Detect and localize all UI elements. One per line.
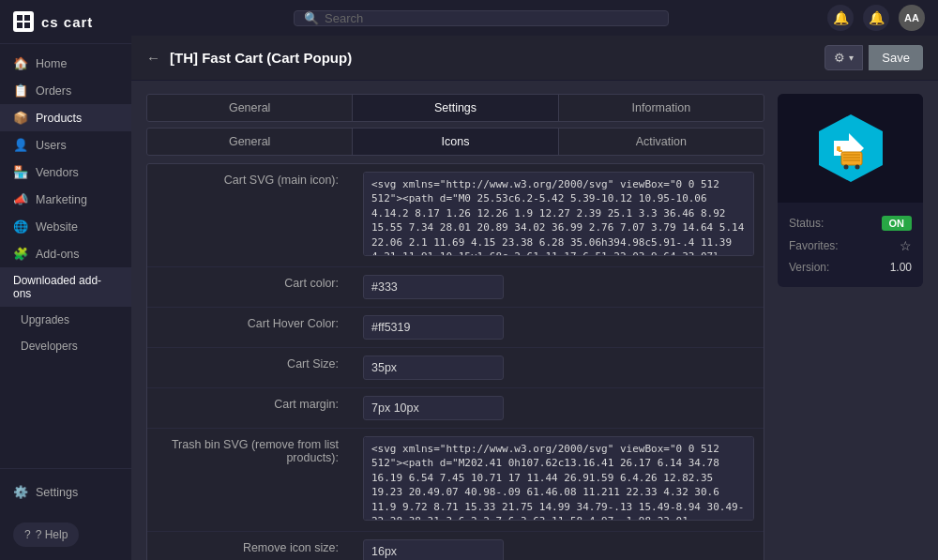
- sidebar-item-label: Marketing: [36, 193, 87, 206]
- help-button[interactable]: ? ? Help: [13, 522, 79, 547]
- favorites-label: Favorites:: [789, 239, 839, 252]
- sidebar-item-upgrades[interactable]: Upgrades: [0, 307, 131, 333]
- tab-information[interactable]: Information: [559, 95, 764, 121]
- help-circle-icon: ?: [24, 528, 31, 541]
- svg-rect-8: [843, 157, 860, 159]
- sidebar-logo: cs cart: [0, 0, 131, 44]
- svg-rect-2: [17, 23, 23, 28]
- cart-hover-wrap: [354, 308, 764, 347]
- svg-point-10: [843, 165, 848, 170]
- header-actions: ⚙ ▾ Save: [825, 45, 923, 70]
- save-button[interactable]: Save: [869, 45, 923, 70]
- sidebar-settings: ⚙️ Settings: [0, 468, 131, 515]
- tab-general[interactable]: General: [147, 95, 353, 121]
- svg-rect-3: [24, 23, 30, 28]
- cart-color-wrap: [354, 267, 764, 307]
- remove-size-wrap: [354, 532, 764, 560]
- trash-svg-input[interactable]: <svg xmlns="http://www.w3.org/2000/svg" …: [363, 436, 754, 521]
- gear-dropdown-button[interactable]: ⚙ ▾: [825, 45, 863, 70]
- sidebar-item-orders[interactable]: 📋 Orders: [0, 77, 131, 104]
- cart-margin-input[interactable]: [363, 396, 504, 420]
- addon-icon-area: [778, 94, 923, 203]
- remove-size-label: Remove icon size:: [147, 532, 354, 560]
- sidebar-item-developers[interactable]: Developers: [0, 333, 131, 359]
- form-section: Cart SVG (main icon): <svg xmlns="http:/…: [146, 163, 764, 560]
- sidebar-item-vendors[interactable]: 🏪 Vendors: [0, 159, 131, 186]
- sidebar-item-label: Home: [36, 57, 67, 70]
- remove-size-input[interactable]: [363, 539, 504, 560]
- form-row-cart-hover: Cart Hover Color:: [147, 308, 764, 348]
- sidebar-item-label: Upgrades: [21, 313, 69, 326]
- form-row-cart-size: Cart Size:: [147, 348, 764, 388]
- svg-rect-7: [843, 154, 860, 156]
- svg-rect-9: [843, 159, 860, 161]
- sidebar-item-downloaded[interactable]: Downloaded add-ons: [0, 267, 131, 307]
- cart-svg-input[interactable]: <svg xmlns="http://www.w3.org/2000/svg" …: [363, 172, 754, 256]
- sidebar-item-users[interactable]: 👤 Users: [0, 131, 131, 159]
- chevron-down-icon: ▾: [849, 53, 854, 63]
- search-input[interactable]: [325, 11, 658, 25]
- tab-row-1: General Settings Information: [146, 94, 764, 122]
- users-icon: 👤: [13, 138, 28, 152]
- home-icon: 🏠: [13, 56, 28, 70]
- form-row-cart-color: Cart color:: [147, 267, 764, 308]
- trash-svg-wrap: <svg xmlns="http://www.w3.org/2000/svg" …: [354, 429, 764, 531]
- meta-row-status: Status: ON: [789, 212, 912, 235]
- svg-rect-1: [24, 15, 30, 21]
- sidebar-item-home[interactable]: 🏠 Home: [0, 50, 131, 77]
- sidebar-item-website[interactable]: 🌐 Website: [0, 213, 131, 240]
- vendors-icon: 🏪: [13, 165, 28, 179]
- sidebar-item-settings[interactable]: ⚙️ Settings: [13, 478, 118, 506]
- svg-point-11: [855, 165, 859, 170]
- cart-color-input[interactable]: [363, 275, 504, 299]
- form-row-cart-svg: Cart SVG (main icon): <svg xmlns="http:/…: [147, 164, 764, 267]
- tab-settings[interactable]: Settings: [353, 95, 558, 121]
- content-area: ← [TH] Fast Cart (Cart Popup) ⚙ ▾ Save G…: [131, 36, 938, 560]
- main-content: 🔍 🔔 🔔 AA ← [TH] Fast Cart (Cart Popup) ⚙: [131, 0, 938, 560]
- sidebar-item-marketing[interactable]: 📣 Marketing: [0, 186, 131, 213]
- cart-hover-label: Cart Hover Color:: [147, 308, 354, 340]
- cart-margin-wrap: [354, 388, 764, 428]
- page-title: [TH] Fast Cart (Cart Popup): [170, 50, 352, 66]
- notifications-icon[interactable]: 🔔: [827, 5, 854, 31]
- sidebar-item-addons[interactable]: 🧩 Add-ons: [0, 240, 131, 267]
- avatar[interactable]: AA: [899, 5, 925, 31]
- star-icon[interactable]: ☆: [900, 238, 912, 253]
- cart-margin-label: Cart margin:: [147, 388, 354, 420]
- tab-row-2: General Icons Activation: [146, 128, 764, 156]
- page-header: ← [TH] Fast Cart (Cart Popup) ⚙ ▾ Save: [131, 36, 938, 81]
- sidebar-item-products[interactable]: 📦 Products: [0, 104, 131, 131]
- tab-general2[interactable]: General: [147, 129, 353, 155]
- logo-text: cs cart: [41, 14, 93, 30]
- meta-row-favorites: Favorites: ☆: [789, 235, 912, 257]
- orders-icon: 📋: [13, 83, 28, 98]
- sidebar-item-label: Add-ons: [36, 248, 80, 261]
- cart-size-input[interactable]: [363, 356, 504, 380]
- sidebar-item-label: Products: [36, 112, 82, 125]
- form-row-cart-margin: Cart margin:: [147, 388, 764, 429]
- right-panel: Status: ON Favorites: ☆ Version: 1.00: [778, 94, 923, 560]
- form-left: General Settings Information General Ico…: [146, 94, 764, 560]
- svg-rect-13: [837, 146, 840, 151]
- tab-activation[interactable]: Activation: [559, 129, 764, 155]
- website-icon: 🌐: [13, 219, 28, 234]
- version-label: Version:: [789, 261, 829, 274]
- cart-size-label: Cart Size:: [147, 348, 354, 380]
- products-icon: 📦: [13, 111, 28, 125]
- cart-hover-input[interactable]: [363, 315, 504, 340]
- form-row-remove-size: Remove icon size:: [147, 532, 764, 560]
- back-button[interactable]: ←: [146, 50, 160, 66]
- sidebar-item-label: Downloaded add-ons: [13, 274, 118, 300]
- search-bar: 🔍: [294, 10, 669, 26]
- sidebar-item-label: Users: [36, 139, 67, 152]
- sidebar-item-label: Website: [36, 220, 78, 234]
- cart-size-wrap: [354, 348, 764, 387]
- addon-icon-img: [813, 111, 888, 186]
- tab-icons[interactable]: Icons: [353, 129, 558, 155]
- sidebar-item-label: Developers: [21, 340, 78, 353]
- sidebar-help: ? ? Help: [0, 515, 131, 560]
- search-icon: 🔍: [304, 11, 319, 25]
- sidebar-item-label: Orders: [36, 84, 71, 98]
- alerts-icon[interactable]: 🔔: [863, 5, 889, 31]
- version-value: 1.00: [890, 261, 912, 274]
